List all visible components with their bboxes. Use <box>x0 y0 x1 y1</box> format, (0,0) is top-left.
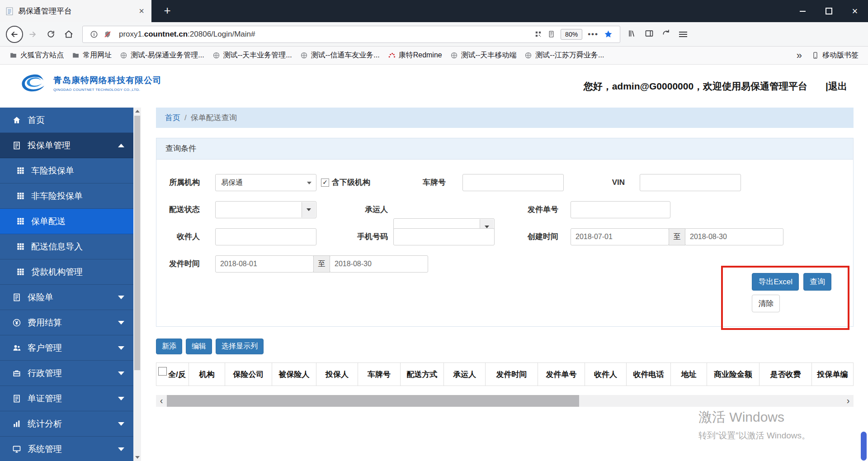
horizontal-scrollbar[interactable]: ‹ › <box>156 395 854 407</box>
search-button[interactable]: 查询 <box>803 273 831 291</box>
column-header[interactable]: 发件单号 <box>538 362 585 386</box>
delivery-status-select[interactable] <box>215 201 316 218</box>
select-all-checkbox[interactable] <box>158 367 167 376</box>
close-button[interactable]: × <box>842 0 868 22</box>
bookmark-item[interactable]: 测试-易保通业务管理... <box>116 49 208 62</box>
select-dropdown-icon[interactable] <box>302 202 316 217</box>
sidebar-item-insurance-policy[interactable]: 保险单 <box>0 285 133 310</box>
column-header[interactable]: 投保人 <box>316 362 358 386</box>
column-header[interactable]: 保险公司 <box>225 362 272 386</box>
column-header[interactable]: 收件电话 <box>627 362 671 386</box>
sidebar-item-policy-delivery[interactable]: 保单配送 <box>0 209 133 234</box>
org-select[interactable]: 易保通 <box>215 174 316 191</box>
sidebar-item-customer-mgmt[interactable]: 客户管理 <box>0 335 133 361</box>
phone-input[interactable] <box>393 228 495 245</box>
scrollbar-thumb[interactable] <box>167 395 579 407</box>
sidebar-item-policy-apply-mgmt[interactable]: 投保单管理 <box>0 133 133 158</box>
bookmark-item[interactable]: 康特Redmine <box>384 49 446 62</box>
bookmark-folder[interactable]: 常用网址 <box>68 49 116 62</box>
sidebar-item-delivery-import[interactable]: 配送信息导入 <box>0 234 133 259</box>
column-header[interactable]: 承运人 <box>444 362 486 386</box>
column-header[interactable]: 投保单编 <box>812 362 854 386</box>
globe-icon <box>524 52 532 59</box>
column-header[interactable]: 发件时间 <box>486 362 538 386</box>
sidebar-item-home[interactable]: 首页 <box>0 108 133 133</box>
vin-input[interactable] <box>640 174 741 191</box>
forward-button[interactable] <box>24 25 42 43</box>
qr-code-icon[interactable] <box>534 30 542 38</box>
bookmark-item[interactable]: 测试--江苏万舜业务... <box>520 49 608 62</box>
recipient-input[interactable] <box>215 228 316 245</box>
minimize-button[interactable] <box>789 0 816 22</box>
grid-icon <box>15 191 25 201</box>
send-from-date[interactable]: 2018-08-01 <box>215 255 314 273</box>
back-icon <box>6 26 23 43</box>
column-header[interactable]: 收件人 <box>585 362 627 386</box>
sidebar-item-fee-settlement[interactable]: 费用结算 <box>0 310 133 335</box>
bookmark-item[interactable]: 测试--天丰业务管理... <box>208 49 296 62</box>
column-header[interactable]: 被保险人 <box>272 362 316 386</box>
sidebar-item-loan-org-mgmt[interactable]: 贷款机构管理 <box>0 259 133 285</box>
bookmark-folder[interactable]: 火狐官方站点 <box>5 49 68 62</box>
menu-icon[interactable] <box>679 30 687 38</box>
send-to-date[interactable]: 2018-08-30 <box>330 255 428 273</box>
home-button[interactable] <box>60 25 78 43</box>
bookmark-item[interactable]: 测试--天丰移动端 <box>446 49 521 62</box>
bookmark-star-icon[interactable] <box>604 30 613 38</box>
toolbar-right-icons <box>627 29 687 40</box>
edit-button[interactable]: 编辑 <box>186 339 212 354</box>
scroll-up-icon[interactable] <box>133 108 141 115</box>
column-header[interactable]: 地址 <box>671 362 707 386</box>
create-from-date[interactable]: 2018-07-01 <box>571 228 669 245</box>
add-button[interactable]: 新添 <box>156 339 182 354</box>
grid-icon <box>15 242 25 252</box>
sidebar-toggle-icon[interactable] <box>645 29 654 40</box>
sidebar-item-system-mgmt[interactable]: 系统管理 <box>0 437 133 461</box>
sidebar-item-document-mgmt[interactable]: 单证管理 <box>0 386 133 411</box>
column-header[interactable]: 车牌号 <box>358 362 401 386</box>
library-icon[interactable] <box>627 29 637 40</box>
page-scrollbar-thumb[interactable] <box>861 432 867 461</box>
shipment-no-input[interactable] <box>571 201 670 218</box>
sidebar-item-auto-policy[interactable]: 车险投保单 <box>0 158 133 183</box>
sidebar-item-statistics[interactable]: 统计分析 <box>0 411 133 437</box>
sync-icon[interactable] <box>662 29 671 40</box>
new-tab-button[interactable]: + <box>159 0 175 22</box>
mobile-bookmarks[interactable]: 移动版书签 <box>807 49 863 62</box>
column-header[interactable]: 是否收费 <box>760 362 812 386</box>
column-header[interactable]: 机构 <box>189 362 225 386</box>
sidebar-item-admin-mgmt[interactable]: 行政管理 <box>0 361 133 386</box>
refresh-button[interactable] <box>42 25 60 43</box>
column-header[interactable]: 商业险金额 <box>707 362 760 386</box>
scroll-left-icon[interactable]: ‹ <box>156 395 167 407</box>
sidebar-item-non-auto-policy[interactable]: 非车险投保单 <box>0 183 133 209</box>
column-header[interactable]: 配送方式 <box>401 362 444 386</box>
scroll-right-icon[interactable]: › <box>843 395 854 407</box>
zoom-level-badge[interactable]: 80% <box>561 29 582 40</box>
info-icon[interactable] <box>90 30 98 38</box>
logout-link[interactable]: |退出 <box>826 80 847 93</box>
maximize-button[interactable] <box>816 0 842 22</box>
sidebar-scrollbar[interactable] <box>133 108 141 461</box>
choose-columns-button[interactable]: 选择显示列 <box>216 339 264 354</box>
tab-close-icon[interactable]: × <box>137 6 146 16</box>
bookmark-item[interactable]: 测试--信通车友业务... <box>296 49 384 62</box>
breadcrumb-home-link[interactable]: 首页 <box>165 113 180 123</box>
select-all-header[interactable]: 全/反 <box>156 362 189 386</box>
shield-blocked-icon[interactable] <box>104 30 112 38</box>
export-excel-button[interactable]: 导出Excel <box>752 273 799 291</box>
back-button[interactable] <box>5 25 24 43</box>
create-to-date[interactable]: 2018-08-30 <box>685 228 783 245</box>
bookmarks-overflow-icon[interactable]: » <box>791 50 807 61</box>
url-bar[interactable]: proxy1.countnet.cn:20806/Login/Main# 80%… <box>82 26 620 43</box>
scrollbar-track[interactable] <box>167 395 843 407</box>
scroll-down-icon[interactable] <box>133 454 141 461</box>
page-actions-icon[interactable]: ••• <box>588 30 599 39</box>
include-sub-checkbox[interactable]: ✓ <box>321 179 329 187</box>
clear-button[interactable]: 清除 <box>752 295 780 312</box>
reader-mode-icon[interactable] <box>547 30 555 38</box>
browser-tab[interactable]: 易保通管理平台 × <box>0 0 151 22</box>
scrollbar-thumb[interactable] <box>134 116 140 370</box>
plate-input[interactable] <box>462 174 564 191</box>
sidebar-item-label: 投保单管理 <box>28 140 71 151</box>
